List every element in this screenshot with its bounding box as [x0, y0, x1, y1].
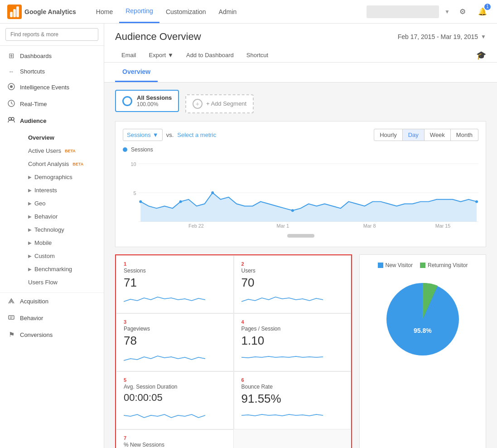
- nav-admin[interactable]: Admin: [212, 1, 243, 23]
- sidebar-demographics[interactable]: ▶ Demographics: [7, 170, 104, 184]
- cohort-analysis-beta: BETA: [72, 162, 83, 166]
- metric-sessions[interactable]: 1 Sessions 71: [116, 255, 234, 313]
- cohort-analysis-label: Cohort Analysis: [28, 161, 69, 167]
- sidebar-overview[interactable]: Overview: [7, 131, 104, 144]
- sidebar-item-intelligence[interactable]: Intelligence Events: [0, 79, 104, 96]
- metric-name-pages-session: Pages / Session: [241, 326, 344, 332]
- metric-value-pages-session: 1.10: [241, 334, 344, 348]
- metric-value-pageviews: 78: [124, 334, 226, 348]
- nav-customization[interactable]: Customization: [159, 1, 212, 23]
- interests-arrow: ▶: [28, 188, 32, 193]
- tab-overview[interactable]: Overview: [115, 63, 158, 82]
- pie-chart-section: New Visitor Returning Visitor: [359, 254, 486, 448]
- metric-label: Sessions: [127, 131, 151, 138]
- sidebar-search-input[interactable]: [5, 28, 98, 41]
- nav-right: ▼ ⚙ 🔔 1: [367, 5, 490, 19]
- nav-home[interactable]: Home: [90, 1, 119, 23]
- new-visitor-legend: New Visitor: [378, 262, 413, 268]
- metric-avg-duration[interactable]: 5 Avg. Session Duration 00:00:05: [116, 371, 234, 429]
- returning-visitor-legend: Returning Visitor: [420, 262, 468, 268]
- sidebar-search-area: [0, 24, 104, 46]
- behavior-label: Behavior: [34, 213, 58, 220]
- sidebar-main-items: ⊞ Dashboards ↔ Shortcuts Intelligence Ev…: [0, 46, 104, 131]
- nav-reporting[interactable]: Reporting: [119, 0, 159, 23]
- vs-label: vs.: [166, 131, 174, 138]
- svg-rect-11: [9, 316, 14, 319]
- add-segment-button[interactable]: + + Add Segment: [185, 94, 254, 113]
- sidebar-dashboards-label: Dashboards: [20, 53, 52, 59]
- hourly-btn[interactable]: Hourly: [374, 129, 403, 141]
- mobile-arrow: ▶: [28, 240, 32, 245]
- pie-chart: 95.8%: [377, 274, 468, 365]
- svg-text:5: 5: [133, 190, 136, 196]
- sidebar-technology[interactable]: ▶ Technology: [7, 223, 104, 236]
- month-btn[interactable]: Month: [451, 129, 478, 141]
- dashboards-icon: ⊞: [7, 52, 15, 60]
- metric-value-bounce: 91.55%: [241, 392, 344, 406]
- select-metric-link[interactable]: Select a metric: [177, 131, 216, 138]
- sidebar-item-dashboards[interactable]: ⊞ Dashboards: [0, 48, 104, 64]
- sidebar-benchmarking[interactable]: ▶ Benchmarking: [7, 263, 104, 276]
- metric-dropdown[interactable]: Sessions ▼: [123, 129, 163, 141]
- technology-label: Technology: [34, 226, 64, 233]
- sparkline-users: [241, 292, 323, 306]
- sidebar-item-behavior[interactable]: Behavior: [0, 310, 104, 326]
- metric-pages-session[interactable]: 4 Pages / Session 1.10: [234, 313, 352, 371]
- svg-text:Mar 8: Mar 8: [363, 223, 376, 229]
- add-to-dashboard-button[interactable]: Add to Dashboard: [180, 48, 240, 62]
- google-analytics-logo: [7, 5, 22, 19]
- sidebar-active-users[interactable]: Active Users BETA: [7, 144, 104, 157]
- sidebar-item-acquisition[interactable]: Acquisition: [0, 293, 104, 310]
- help-icon[interactable]: 🎓: [476, 50, 486, 60]
- email-button[interactable]: Email: [115, 48, 143, 62]
- plus-circle-icon: +: [193, 99, 203, 109]
- sidebar-item-realtime[interactable]: Real-Time: [0, 96, 104, 112]
- demographics-label: Demographics: [34, 174, 72, 180]
- sidebar-mobile[interactable]: ▶ Mobile: [7, 236, 104, 249]
- svg-text:Mar 15: Mar 15: [435, 223, 451, 229]
- sidebar-custom[interactable]: ▶ Custom: [7, 249, 104, 263]
- geo-arrow: ▶: [28, 201, 32, 206]
- metric-users[interactable]: 2 Users 70: [234, 255, 352, 313]
- metric-name-new-sessions: % New Sessions: [124, 442, 226, 448]
- metric-new-sessions[interactable]: 7 % New Sessions 95.77%: [116, 429, 234, 448]
- line-chart: 10 5: [123, 156, 478, 229]
- metric-pageviews[interactable]: 3 Pageviews 78: [116, 313, 234, 371]
- metric-num-6: 6: [241, 377, 344, 383]
- sidebar-item-audience[interactable]: Audience: [0, 112, 104, 129]
- sidebar-item-shortcuts[interactable]: ↔ Shortcuts: [0, 64, 104, 79]
- sparkline-sessions: [124, 292, 205, 306]
- export-button[interactable]: Export ▼: [143, 48, 180, 62]
- sidebar-item-conversions[interactable]: ⚑ Conversions: [0, 326, 104, 343]
- all-sessions-segment[interactable]: All Sessions 100.00%: [115, 90, 179, 112]
- metric-value-users: 70: [241, 276, 344, 290]
- behavior-nav-label: Behavior: [20, 315, 43, 321]
- sidebar-interests[interactable]: ▶ Interests: [7, 184, 104, 197]
- svg-point-22: [291, 209, 294, 212]
- sidebar-geo[interactable]: ▶ Geo: [7, 197, 104, 210]
- sidebar-realtime-label: Real-Time: [20, 101, 47, 107]
- svg-point-23: [475, 200, 478, 203]
- segments-area: All Sessions 100.00% + + Add Segment: [115, 90, 486, 116]
- chart-controls: Sessions ▼ vs. Select a metric Hourly Da…: [123, 129, 478, 141]
- week-btn[interactable]: Week: [425, 129, 451, 141]
- metrics-section: 1 Sessions 71 2 Users 70: [115, 254, 486, 448]
- chart-scrollbar[interactable]: [123, 232, 478, 239]
- metric-bounce-rate[interactable]: 6 Bounce Rate 91.55%: [234, 371, 352, 429]
- metric-name-bounce: Bounce Rate: [241, 384, 344, 390]
- custom-arrow: ▶: [28, 253, 32, 258]
- account-selector[interactable]: [367, 5, 439, 18]
- segment-info: All Sessions 100.00%: [137, 94, 172, 107]
- shortcut-button[interactable]: Shortcut: [240, 48, 275, 62]
- notification-area[interactable]: 🔔 1: [475, 5, 490, 19]
- sidebar-behavior[interactable]: ▶ Behavior: [7, 210, 104, 223]
- sidebar-shortcuts-label: Shortcuts: [20, 68, 45, 75]
- day-btn[interactable]: Day: [403, 129, 425, 141]
- benchmarking-arrow: ▶: [28, 267, 32, 272]
- sidebar-cohort-analysis[interactable]: Cohort Analysis BETA: [7, 157, 104, 170]
- chart-section: Sessions ▼ vs. Select a metric Hourly Da…: [115, 121, 486, 247]
- sidebar-users-flow[interactable]: Users Flow: [7, 276, 104, 289]
- date-range-picker[interactable]: Feb 17, 2015 - Mar 19, 2015 ▼: [398, 33, 486, 40]
- settings-button[interactable]: ⚙: [455, 5, 470, 19]
- export-arrow: ▼: [168, 52, 174, 58]
